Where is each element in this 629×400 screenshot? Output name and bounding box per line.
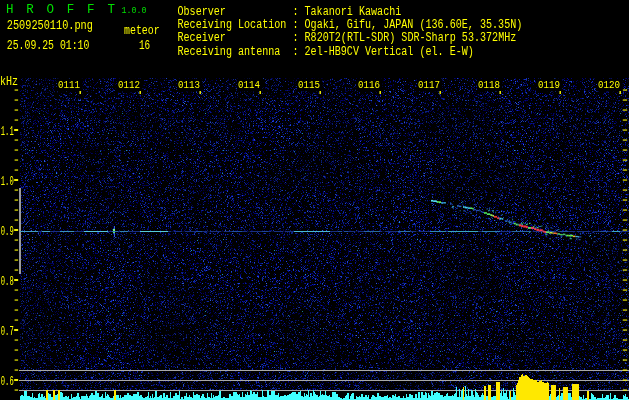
svg-text:16: 16 [139,39,150,53]
svg-text:0120: 0120 [598,79,620,91]
svg-text:kHz: kHz [0,75,18,89]
svg-text:F: F [67,3,75,17]
svg-text:0.6: 0.6 [1,374,14,389]
svg-text:0114: 0114 [238,79,260,91]
svg-text:2509250110.png: 2509250110.png [7,19,93,33]
svg-text:0.8: 0.8 [1,274,14,289]
svg-text:Receiving Location : Ogaki, Gi: Receiving Location : Ogaki, Gifu, JAPAN … [178,18,523,32]
svg-text:0115: 0115 [298,79,320,91]
svg-text:0119: 0119 [538,79,560,91]
svg-text:1.0.0: 1.0.0 [122,5,147,16]
svg-text:meteor: meteor [124,24,160,38]
svg-text:H: H [6,3,14,17]
svg-text:R: R [26,3,34,17]
svg-text:0.7: 0.7 [1,324,14,339]
svg-text:O: O [47,3,55,17]
svg-text:0118: 0118 [478,79,500,91]
svg-text:0.9: 0.9 [1,224,14,239]
svg-text:Receiver : R820T2(RT: Receiver : R820T2(RTL-SDR) SDR-Sharp 53.… [178,31,517,45]
svg-text:0116: 0116 [358,79,380,91]
svg-text:F: F [87,3,95,17]
svg-text:Receiving antenna : 2el-HB9CV: Receiving antenna : 2el-HB9CV Vertical (… [178,45,474,59]
svg-text:T: T [107,3,115,17]
svg-text:0117: 0117 [418,79,440,91]
svg-text:0111: 0111 [58,79,80,91]
svg-text:0113: 0113 [178,79,200,91]
svg-text:1.1: 1.1 [1,124,14,139]
svg-text:1.0: 1.0 [1,174,14,189]
svg-text:Observer : Takanori: Observer : Takanori Kawachi [178,5,402,19]
svg-text:25.09.25 01:10: 25.09.25 01:10 [7,39,90,53]
svg-text:0112: 0112 [118,79,140,91]
